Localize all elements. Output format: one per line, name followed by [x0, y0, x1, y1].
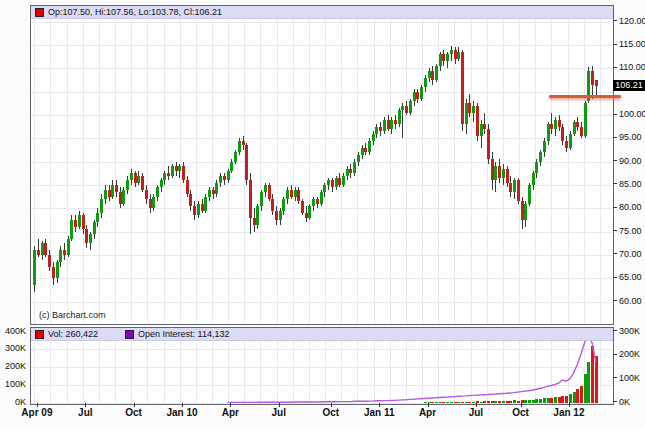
volume-bars — [424, 346, 598, 402]
price-tick-mark — [613, 114, 617, 115]
price-axis-tick-label: 60.00 — [619, 296, 642, 306]
oi-tick-mark — [613, 330, 617, 331]
price-axis-tick-label: 80.00 — [619, 202, 642, 212]
date-axis-tick-label: Jul — [469, 407, 483, 418]
support-trendline[interactable] — [549, 95, 621, 98]
price-chart-panel: Op:107.50, Hi:107.56, Lo:103.78, Cl:106.… — [30, 5, 614, 325]
volume-axis-right: 300K 200K 100K 0K — [613, 327, 645, 403]
oi-axis-tick-label: 200K — [619, 349, 640, 359]
price-axis-tick-label: 100.00 — [619, 109, 645, 119]
volume-swatch-icon — [35, 330, 44, 339]
date-axis-tick-label: Oct — [322, 407, 339, 418]
copyright-text: (c) Barchart.com — [39, 310, 106, 320]
price-axis-tick-label: 95.00 — [619, 132, 642, 142]
date-axis-tick-label: Apr — [222, 407, 239, 418]
date-axis-tick-label: Oct — [125, 407, 142, 418]
oi-tick-mark — [613, 401, 617, 402]
last-price-badge: 106.21 — [613, 80, 645, 91]
volume-axis-tick-label: 100K — [5, 379, 26, 389]
price-axis-tick-label: 110.00 — [619, 62, 645, 72]
date-axis-tick-label: Jul — [271, 407, 285, 418]
volume-axis-tick-label: 300K — [5, 343, 26, 353]
price-grid — [31, 6, 613, 324]
date-axis-tick-label: Jul — [78, 407, 92, 418]
price-axis-tick-label: 90.00 — [619, 156, 642, 166]
price-tick-mark — [613, 207, 617, 208]
price-axis-tick-label: 75.00 — [619, 226, 642, 236]
price-tick-mark — [613, 44, 617, 45]
date-axis: Apr 09 Jul Oct Jan 10 Apr Jul Oct Jan 11… — [0, 403, 645, 423]
volume-legend-text: Vol: 260,422 — [48, 329, 98, 339]
oi-tick-mark — [613, 377, 617, 378]
volume-legend: Vol: 260,422 Open Interest: 114,132 — [31, 328, 613, 341]
candlestick-plot[interactable] — [31, 6, 613, 324]
price-tick-mark — [613, 230, 617, 231]
oi-axis-tick-label: 0K — [619, 397, 630, 407]
date-axis-tick-label: Jan 11 — [364, 407, 395, 418]
oi-axis-tick-label: 300K — [619, 326, 640, 336]
date-axis-tick-label: Apr — [419, 407, 436, 418]
date-axis-tick-label: Oct — [512, 407, 529, 418]
volume-panel: Vol: 260,422 Open Interest: 114,132 — [30, 327, 614, 405]
date-axis-tick-label: Jan 12 — [553, 407, 584, 418]
date-axis-tick-label: Jan 10 — [166, 407, 197, 418]
price-tick-mark — [613, 137, 617, 138]
price-tick-mark — [613, 277, 617, 278]
volume-legend-item: Vol: 260,422 — [31, 329, 98, 339]
open-interest-line — [228, 336, 596, 403]
price-tick-mark — [613, 20, 617, 21]
date-axis-tick-label: Apr 09 — [21, 407, 52, 418]
open-interest-legend-text: Open Interest: 114,132 — [138, 329, 229, 339]
price-axis-tick-label: 120.00 — [619, 16, 645, 26]
oi-tick-mark — [613, 354, 617, 355]
chart-window: Op:107.50, Hi:107.56, Lo:103.78, Cl:106.… — [0, 0, 645, 429]
price-tick-mark — [613, 300, 617, 301]
price-axis-tick-label: 115.00 — [619, 39, 645, 49]
price-axis-tick-label: 85.00 — [619, 179, 642, 189]
open-interest-legend-item: Open Interest: 114,132 — [121, 329, 229, 339]
volume-axis-tick-label: 0K — [15, 397, 26, 407]
price-axis: 120.00 115.00 110.00 100.00 95.00 90.00 … — [613, 5, 645, 323]
price-tick-mark — [613, 253, 617, 254]
price-legend: Op:107.50, Hi:107.56, Lo:103.78, Cl:106.… — [31, 6, 613, 19]
volume-axis-left: 400K300K200K100K0K — [0, 327, 28, 403]
price-tick-mark — [613, 160, 617, 161]
price-axis-tick-label: 70.00 — [619, 249, 642, 259]
price-series-swatch-icon — [35, 8, 44, 17]
volume-axis-tick-label: 400K — [5, 326, 26, 336]
oi-axis-tick-label: 100K — [619, 373, 640, 383]
price-tick-mark — [613, 183, 617, 184]
open-interest-swatch-icon — [125, 330, 134, 339]
price-legend-text: Op:107.50, Hi:107.56, Lo:103.78, Cl:106.… — [48, 7, 222, 17]
price-axis-tick-label: 65.00 — [619, 272, 642, 282]
volume-axis-tick-label: 200K — [5, 361, 26, 371]
price-tick-mark — [613, 67, 617, 68]
